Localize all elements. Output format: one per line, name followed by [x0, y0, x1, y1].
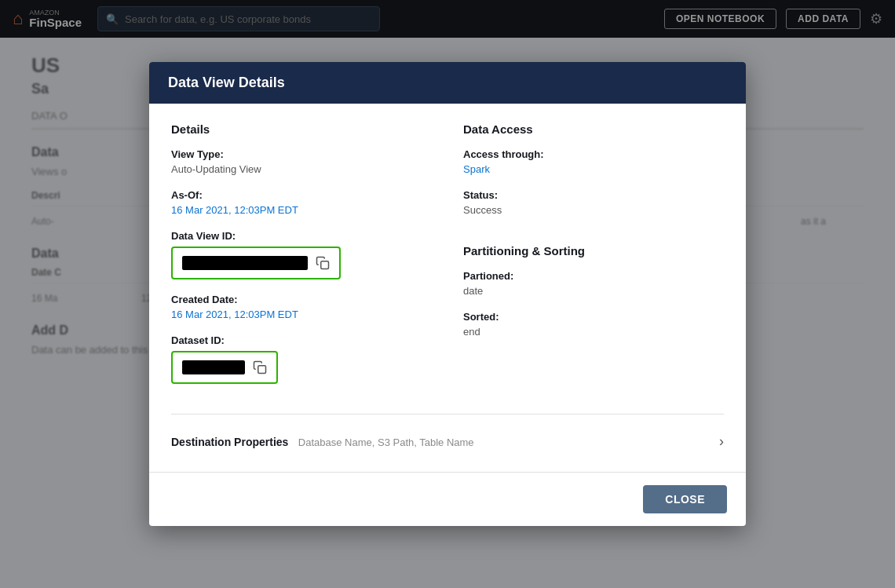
svg-rect-0: [321, 261, 329, 269]
sorted-label: Sorted:: [463, 311, 724, 323]
details-section-title: Details: [171, 122, 432, 136]
access-through-field: Access through: Spark: [463, 148, 724, 175]
partitioned-value: date: [463, 285, 724, 297]
status-value: Success: [463, 204, 724, 216]
status-label: Status:: [463, 189, 724, 201]
destination-properties-row[interactable]: Destination Properties Database Name, S3…: [171, 430, 724, 453]
as-of-label: As-Of:: [171, 189, 432, 201]
partitioned-field: Partioned: date: [463, 270, 724, 297]
status-field: Status: Success: [463, 189, 724, 216]
partitioned-label: Partioned:: [463, 270, 724, 282]
destination-properties-subtitle: Database Name, S3 Path, Table Name: [298, 436, 474, 448]
modal-title: Data View Details: [168, 75, 727, 91]
dataset-id-redacted: [182, 360, 245, 374]
modal-divider: [171, 414, 724, 415]
data-view-id-label: Data View ID:: [171, 230, 432, 242]
access-through-label: Access through:: [463, 148, 724, 160]
copy-icon[interactable]: [316, 256, 330, 270]
close-button[interactable]: CLOSE: [643, 485, 727, 513]
as-of-value: 16 Mar 2021, 12:03PM EDT: [171, 204, 432, 216]
modal-header: Data View Details: [149, 62, 746, 104]
svg-rect-1: [258, 366, 266, 374]
data-view-id-field: Data View ID:: [171, 230, 432, 279]
data-view-id-redacted: [182, 256, 308, 270]
partitioning-section-title: Partitioning & Sorting: [463, 244, 724, 257]
data-access-section-title: Data Access: [463, 122, 724, 136]
data-view-details-modal: Data View Details Details View Type: Aut…: [149, 62, 746, 526]
created-date-value: 16 Mar 2021, 12:03PM EDT: [171, 309, 432, 320]
dataset-id-field: Dataset ID:: [171, 334, 432, 384]
created-date-field: Created Date: 16 Mar 2021, 12:03PM EDT: [171, 294, 432, 320]
sorted-value: end: [463, 326, 724, 338]
view-type-label: View Type:: [171, 148, 432, 160]
created-date-label: Created Date:: [171, 294, 432, 305]
sorted-field: Sorted: end: [463, 311, 724, 338]
modal-footer: CLOSE: [149, 472, 746, 526]
destination-properties-left: Destination Properties Database Name, S3…: [171, 435, 474, 449]
dataset-id-label: Dataset ID:: [171, 334, 432, 346]
chevron-right-icon: ›: [719, 433, 724, 450]
modal-columns: Details View Type: Auto-Updating View As…: [171, 122, 724, 398]
modal-right-column: Data Access Access through: Spark Status…: [463, 122, 724, 398]
dataset-id-wrapper: [171, 351, 278, 384]
modal-body: Details View Type: Auto-Updating View As…: [149, 104, 746, 472]
modal-left-column: Details View Type: Auto-Updating View As…: [171, 122, 432, 398]
view-type-field: View Type: Auto-Updating View: [171, 148, 432, 175]
data-view-id-wrapper: [171, 247, 341, 279]
view-type-value: Auto-Updating View: [171, 163, 432, 175]
modal-overlay: Data View Details Details View Type: Aut…: [0, 0, 895, 588]
dataset-copy-icon[interactable]: [253, 360, 267, 374]
access-through-value: Spark: [463, 163, 724, 175]
destination-properties-label: Destination Properties: [171, 436, 288, 448]
as-of-field: As-Of: 16 Mar 2021, 12:03PM EDT: [171, 189, 432, 216]
